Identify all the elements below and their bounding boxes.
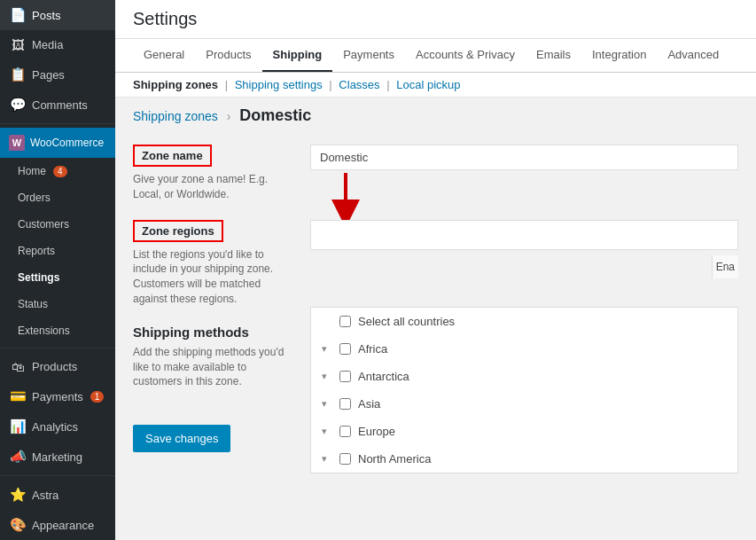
sidebar: 📄 Posts 🖼 Media 📋 Pages 💬 Comments W Woo… <box>0 0 115 540</box>
page-title: Settings <box>133 9 738 29</box>
tab-payments[interactable]: Payments <box>332 39 405 72</box>
sidebar-item-woocommerce[interactable]: W WooCommerce <box>0 128 115 158</box>
asia-label: Asia <box>358 397 380 411</box>
page-header: Settings <box>115 0 756 39</box>
sidebar-item-media[interactable]: 🖼 Media <box>0 30 115 59</box>
north-america-checkbox[interactable] <box>339 453 351 465</box>
sidebar-divider2 <box>0 348 115 348</box>
zone-regions-label-col: Zone regions List the regions you'd like… <box>133 220 292 307</box>
zone-regions-field-col: ▾ Select all countries ▾ Africa ▾ <box>310 220 738 307</box>
europe-chevron[interactable]: ▾ <box>322 426 332 437</box>
subnav-sep2: | <box>329 78 331 91</box>
dropdown-item-north-america[interactable]: ▾ North America <box>311 445 737 473</box>
zone-name-field-col <box>310 145 738 202</box>
north-america-chevron[interactable]: ▾ <box>322 453 332 465</box>
shipping-methods-desc: Add the shipping methods you'd like to m… <box>133 345 292 389</box>
zone-regions-desc: List the regions you'd like to include i… <box>133 247 292 307</box>
astra-icon: ⭐ <box>9 487 27 503</box>
north-america-label: North America <box>358 452 431 466</box>
tab-general[interactable]: General <box>133 39 195 72</box>
products-icon: 🛍 <box>9 359 27 374</box>
breadcrumb-current: Domestic <box>239 106 311 124</box>
posts-icon: 📄 <box>9 7 27 23</box>
tab-products[interactable]: Products <box>195 39 261 72</box>
select-all-checkbox[interactable] <box>339 316 351 327</box>
shipping-methods-heading: Shipping methods <box>133 325 292 340</box>
zone-name-desc: Give your zone a name! E.g. Local, or Wo… <box>133 172 292 202</box>
enable-column-partial: Ena <box>712 255 738 278</box>
zone-name-label: Zone name <box>133 145 212 167</box>
subnav-sep1: | <box>225 78 228 91</box>
zone-name-section: Zone name Give your zone a name! E.g. Lo… <box>133 145 738 202</box>
sidebar-item-status[interactable]: Status <box>0 291 115 317</box>
sidebar-item-reports[interactable]: Reports <box>0 238 115 264</box>
antarctica-label: Antarctica <box>358 370 409 383</box>
sidebar-item-pages[interactable]: 📋 Pages <box>0 59 115 90</box>
sidebar-item-settings[interactable]: Settings <box>0 264 115 291</box>
breadcrumb-parent[interactable]: Shipping zones <box>133 109 218 123</box>
sidebar-item-comments[interactable]: 💬 Comments <box>0 90 115 120</box>
europe-checkbox[interactable] <box>339 426 351 437</box>
sidebar-item-extensions[interactable]: Extensions <box>0 317 115 344</box>
subnav-sep3: | <box>386 78 389 91</box>
tab-emails[interactable]: Emails <box>526 39 581 72</box>
subnav-classes[interactable]: Classes <box>339 78 379 91</box>
marketing-icon: 📣 <box>9 449 27 465</box>
sidebar-item-posts[interactable]: 📄 Posts <box>0 0 115 30</box>
zone-name-input[interactable] <box>310 145 738 170</box>
select-all-label: Select all countries <box>358 315 455 328</box>
sidebar-item-products[interactable]: 🛍 Products <box>0 352 115 381</box>
subnav-zones[interactable]: Shipping zones <box>133 78 218 91</box>
zone-regions-input[interactable] <box>310 220 738 250</box>
content-area: Zone name Give your zone a name! E.g. Lo… <box>115 130 756 540</box>
asia-chevron[interactable]: ▾ <box>322 398 332 410</box>
tab-integration[interactable]: Integration <box>581 39 657 72</box>
appearance-icon: 🎨 <box>9 517 27 533</box>
africa-chevron[interactable]: ▾ <box>322 343 332 355</box>
payments-badge: 1 <box>90 391 105 403</box>
antarctica-chevron[interactable]: ▾ <box>322 371 332 382</box>
sidebar-item-orders[interactable]: Orders <box>0 184 115 211</box>
home-badge: 4 <box>53 166 67 177</box>
sidebar-divider3 <box>0 475 115 476</box>
dropdown-item-select-all[interactable]: ▾ Select all countries <box>311 308 737 335</box>
dropdown-item-antarctica[interactable]: ▾ Antarctica <box>311 363 737 390</box>
tab-advanced[interactable]: Advanced <box>657 39 729 72</box>
sidebar-item-customers[interactable]: Customers <box>0 211 115 238</box>
zone-regions-section: Zone regions List the regions you'd like… <box>133 220 738 307</box>
dropdown-item-asia[interactable]: ▾ Asia <box>311 390 737 418</box>
europe-label: Europe <box>358 425 395 438</box>
main-content: Settings General Products Shipping Payme… <box>115 0 756 540</box>
subnav-settings[interactable]: Shipping settings <box>235 78 323 91</box>
dropdown-item-africa[interactable]: ▾ Africa <box>311 335 737 363</box>
zone-regions-dropdown: ▾ Select all countries ▾ Africa ▾ <box>310 307 738 473</box>
sidebar-item-appearance[interactable]: 🎨 Appearance <box>0 510 115 540</box>
zone-regions-label: Zone regions <box>133 220 223 242</box>
shipping-methods-label-col: Shipping methods Add the shipping method… <box>133 325 292 389</box>
tab-shipping[interactable]: Shipping <box>262 39 333 72</box>
pages-icon: 📋 <box>9 67 27 82</box>
comments-icon: 💬 <box>9 97 27 113</box>
breadcrumb-separator: › <box>227 109 231 123</box>
asia-checkbox[interactable] <box>339 398 351 410</box>
analytics-icon: 📊 <box>9 419 27 434</box>
sidebar-item-marketing[interactable]: 📣 Marketing <box>0 442 115 472</box>
tabs-bar: General Products Shipping Payments Accou… <box>115 39 756 73</box>
subnav: Shipping zones | Shipping settings | Cla… <box>115 73 756 98</box>
payments-icon: 💳 <box>9 388 27 404</box>
sidebar-item-payments[interactable]: 💳 Payments 1 <box>0 381 115 411</box>
sidebar-item-analytics[interactable]: 📊 Analytics <box>0 411 115 442</box>
africa-label: Africa <box>358 342 387 356</box>
africa-checkbox[interactable] <box>339 343 351 355</box>
breadcrumb: Shipping zones › Domestic <box>115 98 756 130</box>
save-button[interactable]: Save changes <box>133 425 230 452</box>
sidebar-item-astra[interactable]: ⭐ Astra <box>0 480 115 510</box>
media-icon: 🖼 <box>9 37 27 52</box>
tab-accounts[interactable]: Accounts & Privacy <box>405 39 526 72</box>
dropdown-item-europe[interactable]: ▾ Europe <box>311 418 737 445</box>
sidebar-divider <box>0 123 115 124</box>
antarctica-checkbox[interactable] <box>339 371 351 382</box>
subnav-pickup[interactable]: Local pickup <box>396 78 460 91</box>
sidebar-item-home[interactable]: Home 4 <box>0 158 115 184</box>
zone-name-label-col: Zone name Give your zone a name! E.g. Lo… <box>133 145 292 202</box>
